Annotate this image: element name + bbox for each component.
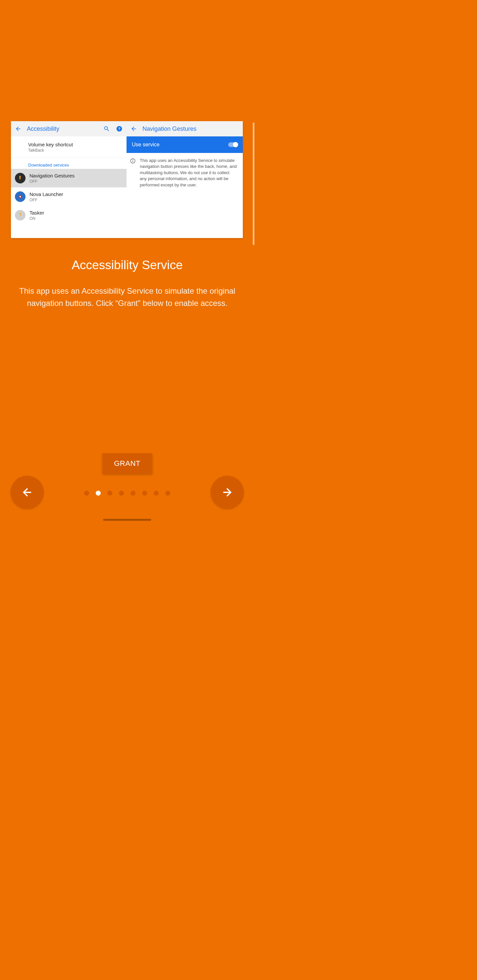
- page-description: This app uses an Accessibility Service t…: [13, 285, 241, 309]
- nova-launcher-app-icon: [15, 191, 26, 202]
- service-row-nova-launcher: Nova Launcher OFF: [11, 188, 126, 206]
- page-dot: [107, 491, 112, 496]
- navigation-gestures-app-icon: [15, 173, 26, 183]
- service-status: ON: [29, 216, 44, 221]
- svg-point-3: [19, 196, 21, 198]
- page-dot: [119, 491, 124, 496]
- home-indicator[interactable]: [103, 519, 152, 521]
- left-header: Accessibility ?: [11, 121, 126, 137]
- service-status: OFF: [29, 198, 63, 202]
- page-dot: [131, 491, 136, 496]
- back-arrow-icon: [130, 125, 138, 133]
- back-arrow-icon: [14, 125, 22, 133]
- service-title: Tasker: [29, 210, 44, 216]
- page-indicator: [0, 491, 254, 496]
- card-right-pane: Navigation Gestures Use service This app…: [126, 121, 243, 238]
- use-service-toggle: [228, 142, 238, 147]
- toggle-knob: [233, 142, 238, 147]
- right-header: Navigation Gestures: [126, 121, 243, 137]
- page-title: Accessibility Service: [0, 258, 254, 272]
- vks-title: Volume key shortcut: [28, 142, 73, 147]
- right-header-title: Navigation Gestures: [142, 126, 239, 132]
- use-service-row: Use service: [126, 137, 243, 153]
- left-header-title: Accessibility: [27, 126, 98, 132]
- edge-panel-handle[interactable]: [253, 123, 254, 245]
- help-icon: ?: [115, 125, 123, 133]
- instruction-card: Accessibility ? Volume key shortcut Talk…: [11, 121, 243, 238]
- service-title: Nova Launcher: [29, 191, 63, 197]
- service-title: Navigation Gestures: [29, 173, 75, 178]
- page-dot: [142, 491, 147, 496]
- card-left-pane: Accessibility ? Volume key shortcut Talk…: [11, 121, 126, 238]
- downloaded-services-label: Downloaded services: [11, 158, 126, 169]
- page-dot: [154, 491, 159, 496]
- info-icon: [130, 158, 136, 164]
- page-dot: [84, 491, 89, 496]
- page-dot: [96, 491, 101, 496]
- volume-key-shortcut-row: Volume key shortcut TalkBack: [11, 137, 126, 158]
- page-dot: [165, 491, 170, 496]
- search-icon: [103, 125, 111, 133]
- service-row-tasker: Tasker ON: [11, 206, 126, 224]
- grant-button[interactable]: GRANT: [102, 453, 152, 474]
- service-row-navigation-gestures: Navigation Gestures OFF: [11, 169, 126, 188]
- svg-point-6: [133, 159, 133, 160]
- svg-text:?: ?: [118, 126, 120, 131]
- use-service-label: Use service: [132, 142, 160, 148]
- vks-sub: TalkBack: [28, 148, 73, 153]
- info-text: This app uses an Accessibility Service t…: [140, 158, 238, 188]
- service-status: OFF: [29, 179, 75, 184]
- info-row: This app uses an Accessibility Service t…: [126, 153, 243, 192]
- tasker-app-icon: [15, 210, 26, 221]
